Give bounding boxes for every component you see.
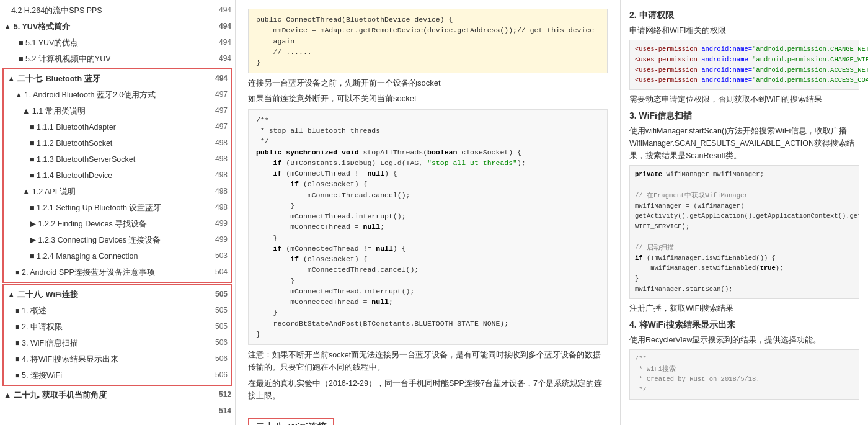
sidebar-item-bt-device[interactable]: 498 ■ 1.1.4 BluetoothDevice (4, 168, 231, 184)
sidebar-item-yuv[interactable]: 494 ▲ 5. YUV格式简介 (0, 19, 235, 35)
sidebar-item-bt-socket[interactable]: 498 ■ 1.1.2 BluetoothSocket (4, 135, 231, 151)
code-block-connect-thread: public ConnectThread(BluetoothDevice dev… (248, 9, 608, 73)
wifi-section-title: 二十八. WiFi连接 (248, 418, 334, 425)
sidebar-item-bt-finding[interactable]: 499 ▶ 1.2.2 Finding Devices 寻找设备 (4, 216, 231, 232)
xml-permissions-block: <uses-permission android:name="android.p… (629, 40, 859, 90)
wifi-section: 505 ▲ 二十八. WiFi连接 505 ■ 1. 概述 505 ■ 2. 申… (2, 284, 232, 386)
right-panel: 2. 申请权限 申请网络和WIFI相关的权限 <uses-permission … (620, 0, 868, 425)
sidebar-item-bt-managing[interactable]: 503 ■ 1.2.4 Managing a Connection (4, 248, 231, 264)
sidebar-item-h264[interactable]: 494 4.2 H.264的流中SPS PPS (0, 2, 235, 19)
right-section4-title: 4. 将WiFi搜索结果显示出来 (629, 320, 859, 331)
page-num-yuv: 494 (219, 20, 231, 32)
sidebar-item-bt-server-socket[interactable]: 498 ■ 1.1.3 BluetoothServerSocket (4, 151, 231, 168)
right-code-wifi-show: /** * WiFi搜索 * Created by Rust on 2018/5… (629, 349, 859, 400)
right-section4-text: 使用RecyclerView显示搜索到的结果，提供选择功能。 (629, 334, 859, 346)
page-num-h264: 494 (219, 4, 231, 16)
right-code-wifi-scan: private WifiManager mWifiManager; // 在Fr… (629, 165, 859, 299)
sidebar-item-bt-adapter[interactable]: 497 ■ 1.1.1 BluetoothAdapter (4, 119, 231, 135)
sidebar-item-wifi-connect[interactable]: 506 ■ 5. 连接WiFi (4, 367, 231, 383)
right-section2-title: 2. 申请权限 (629, 10, 859, 21)
sidebar-item-wifi-show[interactable]: 506 ■ 4. 将WiFi搜索结果显示出来 (4, 351, 231, 367)
sidebar-item-wifi-overview[interactable]: 505 ■ 1. 概述 (4, 303, 231, 319)
sidebar-item-bt-connecting[interactable]: 499 ▶ 1.2.3 Connecting Devices 连接设备 (4, 232, 231, 248)
right-section2-note: 需要动态申请定位权限，否则获取不到WiFi的搜索结果 (629, 93, 859, 105)
sidebar-item-yuv-video[interactable]: 494 ■ 5.2 计算机视频中的YUV (0, 51, 235, 67)
text-connect-note2: 如果当前连接意外断开，可以不关闭当前socket (248, 92, 608, 105)
sidebar-item-wifi-scan[interactable]: 506 ■ 3. WiFi信息扫描 (4, 335, 231, 351)
sidebar-item-bt-common[interactable]: 497 ▲ 1.1 常用类说明 (4, 103, 231, 119)
sidebar-item-wifi-perm[interactable]: 505 ■ 2. 申请权限 (4, 319, 231, 335)
sidebar: 494 4.2 H.264的流中SPS PPS 494 ▲ 5. YUV格式简介… (0, 0, 236, 425)
right-section3-title: 3. WiFi信息扫描 (629, 110, 859, 122)
text-note2: 在最近的真机实验中（2016-12-29），同一台手机同时能SPP连接7台蓝牙设… (248, 377, 608, 402)
sidebar-item-angle[interactable]: 512 ▲ 二十九. 获取手机当前角度 (0, 387, 235, 403)
right-section3-text: 使用wifiManager.startScan()方法开始搜索WiFi信息，收取… (629, 125, 859, 162)
text-note1: 注意：如果不断开当前socket而无法连接另一台蓝牙设备，是有可能同时接收到多个… (248, 349, 608, 374)
right-section2-text: 申请网络和WIFI相关的权限 (629, 24, 859, 37)
bluetooth-section: 494 ▲ 二十七. Bluetooth 蓝牙 497 ▲ 1. Android… (2, 68, 232, 283)
code-block-stop-threads: /** * stop all bluetooth threads */ publ… (248, 109, 608, 345)
sidebar-item-yuv-adv[interactable]: 494 ■ 5.1 YUV的优点 (0, 35, 235, 51)
right-section3-note: 注册广播，获取WiFi搜索结果 (629, 302, 859, 315)
sidebar-item-wifi[interactable]: 505 ▲ 二十八. WiFi连接 (4, 287, 231, 303)
sidebar-item-page514: 514 (0, 403, 235, 407)
sidebar-item-bt-android[interactable]: 497 ▲ 1. Android Bluetooth 蓝牙2.0使用方式 (4, 87, 231, 103)
sidebar-item-bt-api[interactable]: 498 ▲ 1.2 API 说明 (4, 184, 231, 200)
sidebar-item-bt-spp[interactable]: 504 ■ 2. Android SPP连接蓝牙设备注意事项 (4, 264, 231, 280)
sidebar-item-bt-setup[interactable]: 498 ■ 1.2.1 Setting Up Bluetooth 设置蓝牙 (4, 200, 231, 216)
main-content: public ConnectThread(BluetoothDevice dev… (236, 0, 620, 425)
text-connect-note1: 连接另一台蓝牙设备之前，先断开前一个设备的socket (248, 77, 608, 90)
sidebar-item-bluetooth[interactable]: 494 ▲ 二十七. Bluetooth 蓝牙 (4, 71, 231, 87)
